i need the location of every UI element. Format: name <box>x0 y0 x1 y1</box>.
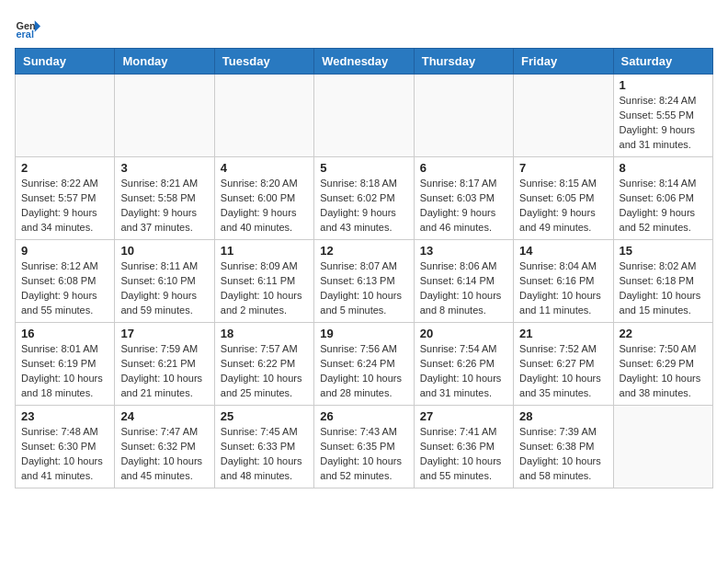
calendar-cell: 13Sunrise: 8:06 AMSunset: 6:14 PMDayligh… <box>414 240 513 323</box>
weekday-header: Saturday <box>613 49 712 75</box>
weekday-header: Wednesday <box>314 49 414 75</box>
svg-text:eral: eral <box>17 29 34 40</box>
day-info: Sunrise: 7:48 AMSunset: 6:30 PMDaylight:… <box>21 425 108 484</box>
calendar-cell: 4Sunrise: 8:20 AMSunset: 6:00 PMDaylight… <box>214 157 313 240</box>
day-number: 4 <box>221 161 308 175</box>
day-info: Sunrise: 7:52 AMSunset: 6:27 PMDaylight:… <box>519 342 607 401</box>
day-info: Sunrise: 7:47 AMSunset: 6:32 PMDaylight:… <box>120 425 208 484</box>
day-number: 15 <box>620 244 707 258</box>
day-info: Sunrise: 8:01 AMSunset: 6:19 PMDaylight:… <box>21 342 108 401</box>
calendar-cell: 9Sunrise: 8:12 AMSunset: 6:08 PMDaylight… <box>16 240 115 323</box>
calendar-week-row: 23Sunrise: 7:48 AMSunset: 6:30 PMDayligh… <box>16 406 713 488</box>
day-info: Sunrise: 7:41 AMSunset: 6:36 PMDaylight:… <box>420 425 507 484</box>
day-number: 13 <box>420 244 507 258</box>
day-number: 22 <box>620 327 707 340</box>
calendar-cell: 6Sunrise: 8:17 AMSunset: 6:03 PMDaylight… <box>414 157 513 240</box>
day-number: 27 <box>420 409 507 423</box>
calendar-cell: 19Sunrise: 7:56 AMSunset: 6:24 PMDayligh… <box>314 323 414 406</box>
page-header: Gen eral <box>15 15 713 40</box>
calendar-week-row: 1Sunrise: 8:24 AMSunset: 5:55 PMDaylight… <box>16 75 713 157</box>
day-number: 5 <box>320 161 407 175</box>
day-info: Sunrise: 7:39 AMSunset: 6:38 PMDaylight:… <box>519 425 607 484</box>
day-info: Sunrise: 8:06 AMSunset: 6:14 PMDaylight:… <box>420 259 507 318</box>
calendar-cell: 14Sunrise: 8:04 AMSunset: 6:16 PMDayligh… <box>514 240 613 323</box>
day-info: Sunrise: 8:24 AMSunset: 5:55 PMDaylight:… <box>620 94 707 153</box>
day-number: 14 <box>519 244 607 258</box>
calendar-cell: 3Sunrise: 8:21 AMSunset: 5:58 PMDaylight… <box>115 157 214 240</box>
calendar-cell: 21Sunrise: 7:52 AMSunset: 6:27 PMDayligh… <box>514 323 613 406</box>
calendar-cell <box>613 406 712 488</box>
day-number: 2 <box>21 161 108 175</box>
calendar-cell: 11Sunrise: 8:09 AMSunset: 6:11 PMDayligh… <box>214 240 313 323</box>
day-number: 28 <box>519 409 607 423</box>
day-number: 8 <box>620 161 707 175</box>
day-number: 21 <box>519 327 607 340</box>
calendar-cell <box>115 75 214 157</box>
calendar-cell: 16Sunrise: 8:01 AMSunset: 6:19 PMDayligh… <box>16 323 115 406</box>
logo-icon: Gen eral <box>15 15 40 40</box>
day-info: Sunrise: 8:15 AMSunset: 6:05 PMDaylight:… <box>519 177 607 236</box>
weekday-header: Sunday <box>16 49 115 75</box>
weekday-header: Friday <box>514 49 613 75</box>
day-info: Sunrise: 8:18 AMSunset: 6:02 PMDaylight:… <box>320 177 407 236</box>
day-info: Sunrise: 7:50 AMSunset: 6:29 PMDaylight:… <box>620 342 707 401</box>
weekday-header: Thursday <box>414 49 513 75</box>
day-info: Sunrise: 8:11 AMSunset: 6:10 PMDaylight:… <box>120 259 208 318</box>
day-info: Sunrise: 7:59 AMSunset: 6:21 PMDaylight:… <box>120 342 208 401</box>
day-number: 7 <box>519 161 607 175</box>
day-info: Sunrise: 8:09 AMSunset: 6:11 PMDaylight:… <box>221 259 308 318</box>
day-info: Sunrise: 8:04 AMSunset: 6:16 PMDaylight:… <box>519 259 607 318</box>
calendar-cell <box>16 75 115 157</box>
calendar-cell: 15Sunrise: 8:02 AMSunset: 6:18 PMDayligh… <box>613 240 712 323</box>
calendar-cell: 17Sunrise: 7:59 AMSunset: 6:21 PMDayligh… <box>115 323 214 406</box>
calendar-cell: 28Sunrise: 7:39 AMSunset: 6:38 PMDayligh… <box>514 406 613 488</box>
day-info: Sunrise: 8:22 AMSunset: 5:57 PMDaylight:… <box>21 177 108 236</box>
calendar-cell: 5Sunrise: 8:18 AMSunset: 6:02 PMDaylight… <box>314 157 414 240</box>
day-info: Sunrise: 7:43 AMSunset: 6:35 PMDaylight:… <box>320 425 407 484</box>
day-info: Sunrise: 8:21 AMSunset: 5:58 PMDaylight:… <box>120 177 208 236</box>
calendar-cell: 18Sunrise: 7:57 AMSunset: 6:22 PMDayligh… <box>214 323 313 406</box>
day-number: 18 <box>221 327 308 340</box>
calendar-cell: 22Sunrise: 7:50 AMSunset: 6:29 PMDayligh… <box>613 323 712 406</box>
day-number: 3 <box>120 161 208 175</box>
day-number: 26 <box>320 409 407 423</box>
svg-marker-2 <box>35 20 40 31</box>
calendar-cell: 23Sunrise: 7:48 AMSunset: 6:30 PMDayligh… <box>16 406 115 488</box>
calendar-cell: 12Sunrise: 8:07 AMSunset: 6:13 PMDayligh… <box>314 240 414 323</box>
weekday-header: Tuesday <box>214 49 313 75</box>
day-info: Sunrise: 8:12 AMSunset: 6:08 PMDaylight:… <box>21 259 108 318</box>
day-number: 11 <box>221 244 308 258</box>
day-number: 9 <box>21 244 108 258</box>
calendar-cell: 2Sunrise: 8:22 AMSunset: 5:57 PMDaylight… <box>16 157 115 240</box>
day-info: Sunrise: 7:57 AMSunset: 6:22 PMDaylight:… <box>221 342 308 401</box>
calendar-cell <box>314 75 414 157</box>
calendar-cell: 26Sunrise: 7:43 AMSunset: 6:35 PMDayligh… <box>314 406 414 488</box>
day-number: 19 <box>320 327 407 340</box>
day-number: 24 <box>120 409 208 423</box>
day-number: 12 <box>320 244 407 258</box>
day-info: Sunrise: 7:54 AMSunset: 6:26 PMDaylight:… <box>420 342 507 401</box>
day-number: 1 <box>620 78 707 92</box>
weekday-header: Monday <box>115 49 214 75</box>
calendar-cell: 25Sunrise: 7:45 AMSunset: 6:33 PMDayligh… <box>214 406 313 488</box>
day-number: 23 <box>21 409 108 423</box>
calendar-cell: 24Sunrise: 7:47 AMSunset: 6:32 PMDayligh… <box>115 406 214 488</box>
logo: Gen eral <box>15 15 44 40</box>
day-number: 10 <box>120 244 208 258</box>
calendar-cell: 10Sunrise: 8:11 AMSunset: 6:10 PMDayligh… <box>115 240 214 323</box>
calendar-cell: 20Sunrise: 7:54 AMSunset: 6:26 PMDayligh… <box>414 323 513 406</box>
day-info: Sunrise: 7:56 AMSunset: 6:24 PMDaylight:… <box>320 342 407 401</box>
day-number: 25 <box>221 409 308 423</box>
day-number: 16 <box>21 327 108 340</box>
calendar-cell: 27Sunrise: 7:41 AMSunset: 6:36 PMDayligh… <box>414 406 513 488</box>
calendar-cell: 7Sunrise: 8:15 AMSunset: 6:05 PMDaylight… <box>514 157 613 240</box>
day-info: Sunrise: 8:02 AMSunset: 6:18 PMDaylight:… <box>620 259 707 318</box>
calendar-cell: 1Sunrise: 8:24 AMSunset: 5:55 PMDaylight… <box>613 75 712 157</box>
calendar-week-row: 2Sunrise: 8:22 AMSunset: 5:57 PMDaylight… <box>16 157 713 240</box>
calendar-week-row: 16Sunrise: 8:01 AMSunset: 6:19 PMDayligh… <box>16 323 713 406</box>
day-info: Sunrise: 8:20 AMSunset: 6:00 PMDaylight:… <box>221 177 308 236</box>
calendar-table: SundayMondayTuesdayWednesdayThursdayFrid… <box>15 48 713 488</box>
calendar-header-row: SundayMondayTuesdayWednesdayThursdayFrid… <box>16 49 713 75</box>
day-info: Sunrise: 8:07 AMSunset: 6:13 PMDaylight:… <box>320 259 407 318</box>
calendar-week-row: 9Sunrise: 8:12 AMSunset: 6:08 PMDaylight… <box>16 240 713 323</box>
